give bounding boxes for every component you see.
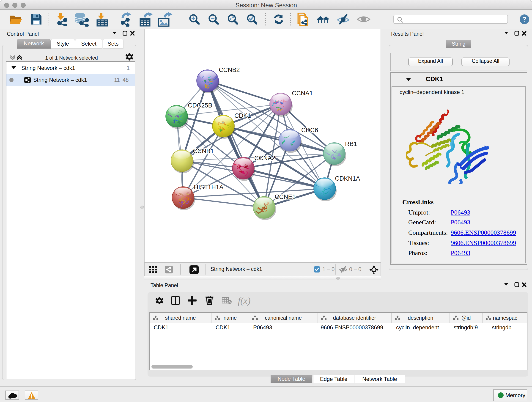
svg-text:CDC6: CDC6 [301, 127, 318, 134]
svg-text:CCNB1: CCNB1 [193, 148, 214, 154]
svg-text:CCNB2: CCNB2 [219, 66, 240, 73]
svg-text:CDK1: CDK1 [234, 112, 251, 119]
svg-text:CCNA2: CCNA2 [254, 155, 275, 162]
svg-text:CCNE1: CCNE1 [275, 193, 296, 200]
svg-text:CDKN1A: CDKN1A [335, 175, 360, 182]
svg-text:?: ? [522, 15, 526, 23]
svg-text:RB1: RB1 [345, 140, 357, 147]
svg-text:HIST1H1A: HIST1H1A [194, 184, 223, 191]
svg-text:CDC25B: CDC25B [188, 102, 212, 109]
svg-text:CCNA1: CCNA1 [292, 90, 313, 97]
